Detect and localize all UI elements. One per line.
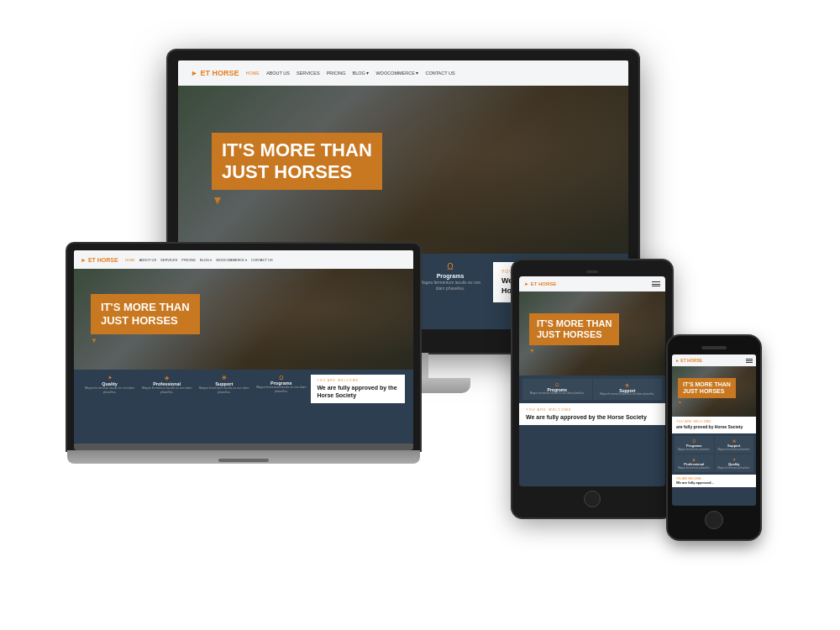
programs-title: Programs — [415, 273, 486, 279]
tablet-hero-title: IT'S MORE THAN JUST HORSES — [537, 318, 612, 340]
phone-quality: ✦ Quality Magna fermentum phasellus. — [715, 454, 754, 472]
phone-hero-title-box: IT'S MORE THANJUST HORSES — [678, 378, 736, 399]
laptop-hero-line1: IT'S MORE THAN — [101, 301, 190, 313]
monitor-hero-content: IT'S MORE THAN JUST HORSES ▼ — [212, 133, 382, 207]
tablet-welcome-label: YOU ARE WELCOME — [526, 407, 659, 412]
monitor-nav-links: HOME ABOUT US SERVICES PRICING BLOG ▾ WO… — [245, 71, 454, 76]
laptop-nav-pricing[interactable]: PRICING — [181, 258, 196, 262]
tablet-hero-arrow: ▼ — [529, 348, 619, 354]
hero-line1: IT'S MORE THAN — [222, 139, 372, 160]
phone-frame: ► ET HORSE IT'S MORE TH — [668, 336, 760, 539]
monitor-hero-title: IT'S MORE THAN JUST HORSES — [222, 139, 372, 184]
phone-welcome-bottom: YOU ARE WELCOME We are fully approved... — [672, 475, 756, 487]
monitor-hero-title-box: IT'S MORE THAN JUST HORSES — [212, 133, 382, 191]
monitor-nav: ► ET HORSE HOME ABOUT US SERVICES PRICIN… — [178, 60, 628, 86]
laptop-welcome: YOU ARE WELCOME We are fully approved by… — [311, 375, 405, 403]
tablet-home-button[interactable] — [584, 491, 601, 507]
tablet-support-icon: ❋ — [596, 382, 659, 388]
phone-nav: ► ET HORSE — [672, 354, 756, 366]
phone-welcome-title: are fully proved by Horse Society — [676, 424, 752, 430]
laptop-hinge — [74, 444, 413, 450]
laptop-nav-about[interactable]: ABOUT US — [139, 258, 156, 262]
laptop-base — [67, 450, 420, 464]
tablet-nav: ► ET HORSE — [519, 276, 665, 291]
nav-services[interactable]: SERVICES — [297, 71, 320, 76]
laptop-logo-arrow: ► — [81, 257, 87, 263]
tablet-logo: ► ET HORSE — [524, 281, 556, 286]
laptop-nav-home[interactable]: HOME — [125, 258, 135, 262]
phone-hero-arrow: ▼ — [678, 400, 736, 405]
tablet-hamburger[interactable] — [652, 281, 660, 286]
phone-pro-text: Magna fermentum phasellus. — [677, 466, 711, 470]
laptop-pro-icon: ◈ — [139, 375, 194, 381]
phone-ham-3 — [746, 362, 753, 363]
tablet-support-text: Magna fermentum iaculis eu non diam phas… — [596, 393, 659, 396]
nav-blog[interactable]: BLOG ▾ — [353, 71, 370, 76]
laptop-quality-icon: ✦ — [82, 375, 137, 381]
laptop-support-text: Magna fermentum iaculis eu non diam phas… — [197, 386, 251, 394]
feature-programs: Ω Programs Magna fermentum iaculis eu no… — [415, 262, 486, 302]
laptop-support: ❋ Support Magna fermentum iaculis eu non… — [197, 375, 251, 403]
tablet-welcome: YOU ARE WELCOME We are fully approved by… — [519, 403, 665, 425]
laptop-hero-arrow: ▼ — [91, 337, 200, 344]
laptop-welcome-label: YOU ARE WELCOME — [317, 379, 399, 382]
phone-home-button[interactable] — [705, 511, 723, 529]
laptop-nav-services[interactable]: SERVICES — [160, 258, 177, 262]
tablet-hero-title-box: IT'S MORE THAN JUST HORSES — [529, 313, 619, 345]
tablet-hero-content: IT'S MORE THAN JUST HORSES ▼ — [529, 313, 619, 354]
phone-programs: Ω Programs Magna fermentum phasellus. — [675, 436, 714, 454]
phone-speaker — [701, 346, 727, 349]
phone-hero-title: IT'S MORE THANJUST HORSES — [683, 381, 731, 396]
laptop-nav: ► ET HORSE HOME ABOUT US SERVICES PRICIN… — [74, 250, 413, 269]
laptop-hero-title: IT'S MORE THAN JUST HORSES — [101, 301, 190, 327]
tablet-features: Ω Programs Magna fermentum iaculis eu no… — [519, 375, 665, 403]
tablet-screen: ► ET HORSE IT'S MORE TH — [519, 276, 665, 486]
laptop-support-icon: ❋ — [197, 375, 251, 381]
phone-hamburger[interactable] — [746, 359, 753, 363]
nav-contact[interactable]: CONTACT US — [425, 71, 454, 76]
monitor-hero: IT'S MORE THAN JUST HORSES ▼ — [178, 86, 628, 254]
hamburger-line1 — [652, 281, 660, 282]
nav-about[interactable]: ABOUT US — [266, 71, 290, 76]
programs-icon: Ω — [415, 262, 486, 271]
laptop-programs: Ω Programs Magna fermentum iaculis eu no… — [254, 375, 308, 403]
tablet-device: ► ET HORSE IT'S MORE TH — [512, 260, 672, 517]
tablet-hero-line2: JUST HORSES — [537, 329, 602, 339]
tablet-frame: ► ET HORSE IT'S MORE TH — [512, 260, 672, 517]
nav-pricing[interactable]: PRICING — [327, 71, 346, 76]
phone-ham-1 — [746, 359, 753, 360]
phone-device: ► ET HORSE IT'S MORE TH — [668, 336, 760, 539]
phone-ham-2 — [746, 360, 753, 361]
nav-home[interactable]: HOME — [245, 71, 260, 76]
tablet-welcome-title: We are fully approved by the Horse Socie… — [526, 413, 659, 421]
monitor-logo: ► ET HORSE — [191, 69, 239, 77]
tablet-camera — [586, 270, 598, 273]
laptop-nav-contact[interactable]: CONTACT US — [251, 258, 273, 262]
laptop-hero-title-box: IT'S MORE THAN JUST HORSES — [91, 294, 200, 333]
phone-welcome-label: YOU ARE WELCOME — [676, 420, 752, 423]
tablet-support: ❋ Support Magna fermentum iaculis eu non… — [593, 379, 663, 400]
programs-text: Magna fermentum iaculis eu non diam phas… — [415, 280, 486, 291]
laptop-logo-text: ET HORSE — [88, 257, 118, 263]
laptop-quality: ✦ Quality Magna fermentum iaculis eu non… — [82, 375, 137, 403]
monitor-hero-arrow: ▼ — [212, 193, 382, 207]
phone-hero-content: IT'S MORE THANJUST HORSES ▼ — [678, 378, 736, 406]
hamburger-line2 — [652, 284, 660, 285]
nav-woocommerce[interactable]: WOOCOMMERCE ▾ — [375, 71, 418, 76]
laptop-hero: IT'S MORE THAN JUST HORSES ▼ — [74, 269, 413, 370]
laptop-nav-woo[interactable]: WOOCOMMERCE ▾ — [216, 258, 247, 262]
tablet-programs-text: Magna fermentum iaculis eu non diam phas… — [526, 392, 589, 396]
phone-hero: IT'S MORE THANJUST HORSES ▼ — [672, 366, 756, 417]
laptop-frame: ► ET HORSE HOME ABOUT US SERVICES PRICIN… — [67, 244, 420, 450]
laptop-features: ✦ Quality Magna fermentum iaculis eu non… — [74, 370, 413, 408]
laptop-screen: ► ET HORSE HOME ABOUT US SERVICES PRICIN… — [74, 250, 413, 444]
logo-arrow-icon: ► — [191, 69, 198, 77]
phone-quality-text: Magna fermentum phasellus. — [717, 466, 752, 470]
laptop-nav-blog[interactable]: BLOG ▾ — [200, 258, 212, 262]
laptop-hero-line2: JUST HORSES — [101, 314, 178, 327]
phone-screen: ► ET HORSE IT'S MORE TH — [672, 354, 756, 506]
laptop-device: ► ET HORSE HOME ABOUT US SERVICES PRICIN… — [67, 244, 420, 464]
tablet-programs: Ω Programs Magna fermentum iaculis eu no… — [522, 379, 592, 400]
laptop-nav-links: HOME ABOUT US SERVICES PRICING BLOG ▾ WO… — [125, 258, 273, 262]
laptop-quality-text: Magna fermentum iaculis eu non diam phas… — [82, 386, 137, 394]
